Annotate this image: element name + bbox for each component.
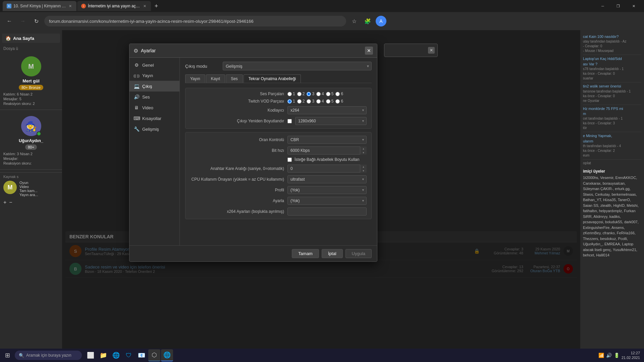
- cpu-label: CPU Kullanım Önayarı (yüksek = az CPU ku…: [190, 177, 284, 182]
- anahtar-up-arrow[interactable]: ▲: [360, 165, 367, 169]
- close-button[interactable]: ✕: [626, 0, 641, 12]
- nav-video[interactable]: 🖥 Video: [129, 102, 179, 113]
- chrome-taskbar-button[interactable]: 🌐: [161, 349, 173, 361]
- cikisi-label: Çıkışı Yeniden Boyutlandır: [190, 119, 284, 123]
- ses-radio-6[interactable]: 6: [335, 92, 343, 96]
- file-explorer-button[interactable]: 📁: [97, 349, 109, 361]
- nav-kisayollar[interactable]: ⌨ Kısayollar: [129, 113, 179, 124]
- bookmark-star-icon[interactable]: ☆: [349, 16, 360, 26]
- email-button[interactable]: 📧: [136, 349, 148, 361]
- mini-dialog-close[interactable]: ✕: [428, 47, 435, 54]
- apply-button[interactable]: Uygula: [345, 249, 372, 258]
- vod-radio-1[interactable]: 1: [287, 99, 295, 104]
- task-view-button[interactable]: ⬜: [85, 349, 97, 361]
- oran-select[interactable]: CBR: [287, 136, 367, 144]
- dialog-close-button[interactable]: ✕: [365, 47, 373, 55]
- new-tab-button[interactable]: +: [152, 1, 161, 11]
- nav-genel[interactable]: ⚙ Genel: [129, 60, 179, 70]
- vod-radio-5[interactable]: 5: [326, 99, 334, 104]
- profile-icon[interactable]: A: [376, 16, 386, 26]
- cancel-button[interactable]: İptal: [322, 249, 343, 258]
- ses-radio-1[interactable]: 1: [287, 92, 295, 96]
- forward-button[interactable]: →: [17, 16, 28, 26]
- cpu-select[interactable]: ultrafast: [287, 175, 367, 183]
- vod-radio-2[interactable]: 2: [297, 99, 305, 104]
- right-topic-4-link[interactable]: Hz monitörde 75 FPS mim: [583, 107, 623, 116]
- restore-button[interactable]: ❐: [610, 0, 626, 12]
- cikisi-select[interactable]: 1280x960: [295, 117, 367, 125]
- output-mode-select-wrapper: Gelişmiş ▼: [223, 62, 372, 70]
- ses-radio-5[interactable]: 5: [326, 92, 334, 96]
- istege-checkbox-row: İsteğe Bağlı Arabellek Boyutu Kullan: [287, 157, 359, 162]
- minimize-button[interactable]: ─: [595, 0, 610, 12]
- bit-hizi-up-arrow[interactable]: ▲: [360, 146, 367, 150]
- remove-source-button[interactable]: −: [9, 199, 12, 205]
- bit-hizi-down-arrow[interactable]: ▼: [360, 150, 367, 155]
- ok-button[interactable]: Tamam: [292, 249, 319, 258]
- kaynak-oyun: Oyun: [19, 181, 38, 185]
- output-mode-row: Çıkış modu Gelişmiş ▼: [185, 62, 372, 70]
- extensions-icon[interactable]: 🧩: [362, 16, 373, 26]
- nav-cikis-label: Çıkış: [142, 84, 152, 89]
- nav-cikis[interactable]: 💻 Çıkış: [129, 81, 179, 92]
- windows-security-button[interactable]: 🛡: [123, 349, 135, 361]
- tab-2[interactable]: i İnternetim iyi ama yayın açınca r... ✕: [77, 1, 151, 11]
- tab-2-favicon: i: [81, 4, 86, 8]
- add-source-button[interactable]: +: [3, 199, 6, 205]
- user-1-name: Mert gül: [3, 78, 59, 83]
- tab-1-close[interactable]: ✕: [68, 3, 72, 9]
- vod-radio-4[interactable]: 4: [316, 99, 324, 104]
- date-display: 21.02.2021: [622, 355, 640, 360]
- user-2-name: UğurAydın_: [3, 138, 59, 143]
- taskbar-pinned-icons: ⬜ 📁 🌐 🛡 📧 ⬡ 🌐: [85, 349, 173, 361]
- dialog-title: Ayarlar: [141, 48, 365, 53]
- tab-1[interactable]: K 10. Sınıf Kimya | Kimyanın Te... ✕: [3, 1, 76, 11]
- kodlayici-select-wrapper: x264 ▼: [287, 106, 367, 114]
- address-bar[interactable]: forum.donanimarsivi.com/konu/internetim-…: [44, 16, 346, 26]
- profil-select[interactable]: (Yok): [287, 186, 367, 194]
- settings-sidebar: ⚙ Genel ((·)) Yayın 💻 Çıkış 🔊: [129, 58, 180, 245]
- bit-hizi-input-wrapper: ▲ ▼: [287, 146, 367, 155]
- refresh-button[interactable]: ↻: [31, 16, 42, 26]
- nav-gelismis[interactable]: 🔧 Gelişmiş: [129, 124, 179, 134]
- nav-yayin[interactable]: ((·)) Yayın: [129, 70, 179, 81]
- bit-hizi-label: Bit hızı: [190, 148, 284, 153]
- tab-kayit[interactable]: Kayıt: [206, 74, 225, 83]
- start-button[interactable]: ⊞: [1, 349, 13, 361]
- right-topic-3-link[interactable]: tin2 wslik server önerisi: [583, 84, 621, 88]
- nav-ses[interactable]: 🔊 Ses: [129, 92, 179, 102]
- obs-taskbar-button[interactable]: ⬡: [148, 349, 160, 361]
- output-mode-label: Çıkış modu: [185, 64, 219, 69]
- kaynak-avatar: M: [3, 181, 17, 194]
- user-card-2: 🧙 UğurAydın_ 80+ Katılım: 3 Nisan 2 Mesa…: [0, 113, 62, 170]
- edge-button[interactable]: 🌐: [110, 349, 122, 361]
- right-topic-2-link[interactable]: Laptop'un Kaç Hdd/Sddası Var ?: [583, 57, 622, 66]
- ses-radio-2[interactable]: 2: [297, 92, 305, 96]
- anahtar-down-arrow[interactable]: ▼: [360, 169, 367, 173]
- cikisi-checkbox[interactable]: [287, 119, 292, 123]
- right-topic-4: Hz monitörde 75 FPS mim cet tarafından b…: [583, 105, 641, 132]
- tab-ses[interactable]: Ses: [226, 74, 243, 83]
- vod-radio-6[interactable]: 6: [335, 99, 343, 104]
- istege-checkbox[interactable]: [287, 158, 292, 162]
- ses-radio-3[interactable]: 3: [307, 92, 314, 96]
- kodlayici-select[interactable]: x264: [287, 106, 367, 114]
- oplat-label: oplat: [583, 160, 641, 166]
- bit-hizi-input[interactable]: [287, 146, 367, 155]
- ses-radio-4[interactable]: 4: [316, 92, 324, 96]
- right-topic-1-link[interactable]: cat Kain 100 nasıldır?: [583, 35, 619, 39]
- tab-tekrar[interactable]: Tekrar Oynatma Arabelleği: [244, 74, 301, 83]
- taskbar-search-bar[interactable]: 🔍 Aramak için buraya yazın: [15, 351, 82, 360]
- x264-input[interactable]: [287, 207, 367, 216]
- output-tabs-row: Yayın Kayıt Ses Tekrar Oynatma Arabelleğ…: [185, 74, 372, 83]
- output-mode-select[interactable]: Gelişmiş: [223, 62, 372, 70]
- right-topic-5-link[interactable]: e Mining Yapmak,ularım: [583, 134, 612, 143]
- back-button[interactable]: ←: [4, 16, 15, 26]
- anahtar-input[interactable]: [287, 165, 367, 173]
- tab-yayin[interactable]: Yayın: [185, 74, 205, 83]
- user-1-badge: 80+ Bronze: [19, 85, 43, 90]
- ayarla-select[interactable]: (Yok): [287, 197, 367, 205]
- right-topic-1: cat Kain 100 nasıldır? utay tarafından b…: [583, 33, 641, 55]
- tab-2-close[interactable]: ✕: [143, 3, 147, 9]
- vod-radio-3[interactable]: 3: [307, 99, 314, 104]
